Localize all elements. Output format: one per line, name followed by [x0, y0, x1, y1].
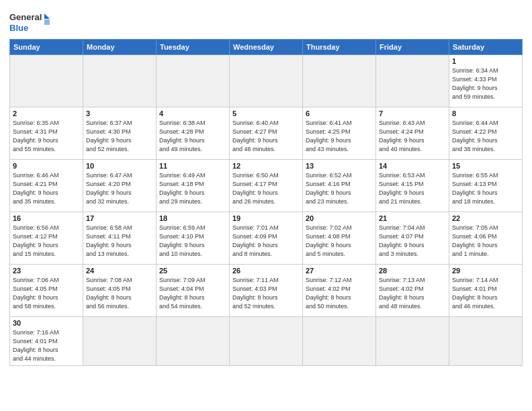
calendar-cell: [230, 55, 303, 107]
calendar-cell: [157, 317, 230, 366]
calendar-cell: [376, 317, 449, 366]
calendar-cell: 2Sunrise: 6:35 AM Sunset: 4:31 PM Daylig…: [10, 107, 83, 160]
day-info: Sunrise: 7:05 AM Sunset: 4:06 PM Dayligh…: [452, 224, 519, 259]
calendar-cell: [157, 55, 230, 107]
day-info: Sunrise: 7:13 AM Sunset: 4:02 PM Dayligh…: [379, 276, 446, 311]
day-number: 10: [86, 162, 153, 170]
logo-svg: General Blue: [9, 11, 50, 35]
day-number: 6: [306, 109, 373, 118]
calendar-cell: 15Sunrise: 6:55 AM Sunset: 4:13 PM Dayli…: [449, 160, 523, 212]
day-info: Sunrise: 6:43 AM Sunset: 4:24 PM Dayligh…: [379, 119, 446, 154]
calendar-week-row: 30Sunrise: 7:16 AM Sunset: 4:01 PM Dayli…: [10, 317, 523, 366]
day-number: 28: [379, 267, 446, 275]
calendar-week-row: 2Sunrise: 6:35 AM Sunset: 4:31 PM Daylig…: [10, 107, 523, 160]
day-number: 3: [86, 109, 153, 118]
calendar-table: SundayMondayTuesdayWednesdayThursdayFrid…: [9, 39, 523, 366]
calendar-cell: [83, 317, 157, 366]
weekday-header-row: SundayMondayTuesdayWednesdayThursdayFrid…: [10, 40, 523, 55]
day-info: Sunrise: 6:35 AM Sunset: 4:31 PM Dayligh…: [13, 119, 80, 154]
svg-marker-2: [44, 13, 50, 19]
day-info: Sunrise: 6:37 AM Sunset: 4:30 PM Dayligh…: [86, 119, 153, 154]
weekday-header-tuesday: Tuesday: [157, 40, 230, 55]
calendar-cell: [449, 317, 523, 366]
calendar-cell: 13Sunrise: 6:52 AM Sunset: 4:16 PM Dayli…: [303, 160, 376, 212]
calendar-cell: 28Sunrise: 7:13 AM Sunset: 4:02 PM Dayli…: [376, 265, 449, 317]
calendar-cell: 12Sunrise: 6:50 AM Sunset: 4:17 PM Dayli…: [230, 160, 303, 212]
day-info: Sunrise: 7:06 AM Sunset: 4:05 PM Dayligh…: [13, 276, 80, 311]
day-number: 1: [452, 57, 519, 65]
day-number: 12: [232, 162, 300, 170]
calendar-cell: 23Sunrise: 7:06 AM Sunset: 4:05 PM Dayli…: [10, 265, 83, 317]
calendar-week-row: 23Sunrise: 7:06 AM Sunset: 4:05 PM Dayli…: [10, 265, 523, 317]
day-info: Sunrise: 6:34 AM Sunset: 4:33 PM Dayligh…: [452, 66, 519, 101]
day-number: 22: [452, 214, 519, 222]
svg-rect-3: [44, 19, 50, 25]
calendar-week-row: 1Sunrise: 6:34 AM Sunset: 4:33 PM Daylig…: [10, 55, 523, 107]
weekday-header-thursday: Thursday: [303, 40, 376, 55]
calendar-cell: 29Sunrise: 7:14 AM Sunset: 4:01 PM Dayli…: [449, 265, 523, 317]
svg-text:Blue: Blue: [9, 23, 28, 33]
calendar-cell: 7Sunrise: 6:43 AM Sunset: 4:24 PM Daylig…: [376, 107, 449, 160]
day-info: Sunrise: 6:59 AM Sunset: 4:10 PM Dayligh…: [159, 224, 226, 259]
calendar-cell: 8Sunrise: 6:44 AM Sunset: 4:22 PM Daylig…: [449, 107, 523, 160]
calendar-cell: 9Sunrise: 6:46 AM Sunset: 4:21 PM Daylig…: [10, 160, 83, 212]
day-info: Sunrise: 6:49 AM Sunset: 4:18 PM Dayligh…: [159, 171, 226, 206]
day-info: Sunrise: 6:44 AM Sunset: 4:22 PM Dayligh…: [452, 119, 519, 154]
day-info: Sunrise: 7:09 AM Sunset: 4:04 PM Dayligh…: [159, 276, 226, 311]
day-number: 25: [159, 267, 226, 275]
calendar-cell: 19Sunrise: 7:01 AM Sunset: 4:09 PM Dayli…: [230, 212, 303, 265]
calendar-cell: 24Sunrise: 7:08 AM Sunset: 4:05 PM Dayli…: [83, 265, 157, 317]
day-number: 17: [86, 214, 153, 222]
calendar-cell: [376, 55, 449, 107]
calendar-cell: 16Sunrise: 6:56 AM Sunset: 4:12 PM Dayli…: [10, 212, 83, 265]
calendar-week-row: 16Sunrise: 6:56 AM Sunset: 4:12 PM Dayli…: [10, 212, 523, 265]
day-info: Sunrise: 6:46 AM Sunset: 4:21 PM Dayligh…: [13, 171, 80, 206]
svg-text:General: General: [9, 12, 42, 22]
weekday-header-saturday: Saturday: [449, 40, 523, 55]
day-number: 18: [159, 214, 226, 222]
day-number: 2: [13, 109, 80, 118]
day-info: Sunrise: 7:12 AM Sunset: 4:02 PM Dayligh…: [306, 276, 373, 311]
calendar-cell: 26Sunrise: 7:11 AM Sunset: 4:03 PM Dayli…: [230, 265, 303, 317]
day-number: 8: [452, 109, 519, 118]
day-info: Sunrise: 7:08 AM Sunset: 4:05 PM Dayligh…: [86, 276, 153, 311]
calendar-cell: [230, 317, 303, 366]
day-number: 23: [13, 267, 80, 275]
day-number: 19: [232, 214, 300, 222]
day-number: 20: [306, 214, 373, 222]
day-info: Sunrise: 7:14 AM Sunset: 4:01 PM Dayligh…: [452, 276, 519, 311]
calendar-cell: 4Sunrise: 6:38 AM Sunset: 4:28 PM Daylig…: [157, 107, 230, 160]
calendar-cell: 6Sunrise: 6:41 AM Sunset: 4:25 PM Daylig…: [303, 107, 376, 160]
logo: General Blue: [9, 11, 50, 35]
day-info: Sunrise: 6:50 AM Sunset: 4:17 PM Dayligh…: [232, 171, 300, 206]
calendar-cell: [303, 55, 376, 107]
calendar-cell: 11Sunrise: 6:49 AM Sunset: 4:18 PM Dayli…: [157, 160, 230, 212]
day-number: 21: [379, 214, 446, 222]
day-info: Sunrise: 6:47 AM Sunset: 4:20 PM Dayligh…: [86, 171, 153, 206]
day-number: 15: [452, 162, 519, 170]
calendar-cell: 20Sunrise: 7:02 AM Sunset: 4:08 PM Dayli…: [303, 212, 376, 265]
calendar-cell: 22Sunrise: 7:05 AM Sunset: 4:06 PM Dayli…: [449, 212, 523, 265]
calendar-cell: 25Sunrise: 7:09 AM Sunset: 4:04 PM Dayli…: [157, 265, 230, 317]
day-info: Sunrise: 6:55 AM Sunset: 4:13 PM Dayligh…: [452, 171, 519, 206]
weekday-header-wednesday: Wednesday: [230, 40, 303, 55]
day-info: Sunrise: 6:53 AM Sunset: 4:15 PM Dayligh…: [379, 171, 446, 206]
day-info: Sunrise: 6:56 AM Sunset: 4:12 PM Dayligh…: [13, 224, 80, 259]
weekday-header-monday: Monday: [83, 40, 157, 55]
day-number: 30: [13, 319, 80, 327]
day-number: 13: [306, 162, 373, 170]
calendar-cell: 17Sunrise: 6:58 AM Sunset: 4:11 PM Dayli…: [83, 212, 157, 265]
day-number: 16: [13, 214, 80, 222]
day-info: Sunrise: 7:11 AM Sunset: 4:03 PM Dayligh…: [232, 276, 300, 311]
calendar-cell: 27Sunrise: 7:12 AM Sunset: 4:02 PM Dayli…: [303, 265, 376, 317]
day-info: Sunrise: 6:38 AM Sunset: 4:28 PM Dayligh…: [159, 119, 226, 154]
day-info: Sunrise: 6:52 AM Sunset: 4:16 PM Dayligh…: [306, 171, 373, 206]
day-number: 7: [379, 109, 446, 118]
day-number: 26: [232, 267, 300, 275]
calendar-cell: 18Sunrise: 6:59 AM Sunset: 4:10 PM Dayli…: [157, 212, 230, 265]
day-info: Sunrise: 7:02 AM Sunset: 4:08 PM Dayligh…: [306, 224, 373, 259]
day-number: 5: [232, 109, 300, 118]
calendar-cell: [83, 55, 157, 107]
day-number: 11: [159, 162, 226, 170]
calendar-week-row: 9Sunrise: 6:46 AM Sunset: 4:21 PM Daylig…: [10, 160, 523, 212]
